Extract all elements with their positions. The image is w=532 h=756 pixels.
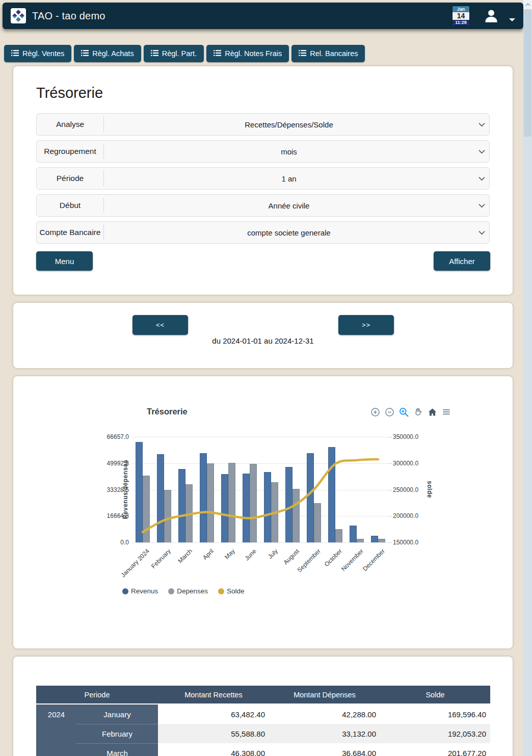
table-value-cell: 63,482.40: [158, 705, 269, 724]
chevron-down-icon: [474, 149, 489, 154]
tab-label: Rel. Bancaires: [310, 49, 358, 58]
tab-label: Règl. Ventes: [22, 49, 64, 58]
menu-button[interactable]: Menu: [36, 251, 93, 271]
right-axis-tick: 350000.0: [393, 433, 429, 440]
table-body: 2024JanuaryFebruaryMarch63,482.4042,288.…: [36, 705, 490, 756]
period-nav-card: << >> du 2024-01-01 au 2024-12-31: [13, 303, 513, 368]
right-axis-tick: 200000.0: [393, 512, 429, 519]
table-row: 46,308.0036,684.00201,677.20: [158, 743, 490, 756]
pan-icon[interactable]: [412, 406, 423, 418]
table-month-cell: February: [76, 724, 158, 743]
app-header: TAO - tao demo Jan 14 11:29: [3, 3, 523, 29]
afficher-button[interactable]: Afficher: [434, 251, 490, 271]
next-period-button[interactable]: >>: [338, 315, 394, 335]
page-title: Trésorerie: [36, 85, 103, 101]
scrollbar-thumb[interactable]: [524, 9, 531, 137]
filter-label: Période: [37, 174, 103, 183]
filter-select[interactable]: mois: [104, 147, 474, 156]
menu-icon[interactable]: [441, 406, 452, 418]
line-solde: [132, 437, 389, 542]
x-axis-label: June: [244, 548, 258, 562]
filter-select[interactable]: compte societe generale: [104, 228, 474, 237]
legend-item-depenses[interactable]: Depenses: [168, 587, 208, 595]
user-icon[interactable]: [483, 7, 500, 24]
legend-item-revenus[interactable]: Revenus: [122, 587, 158, 595]
filter-select[interactable]: 1 an: [104, 174, 474, 183]
tab-r-gl-achats[interactable]: Règl. Achats: [74, 45, 141, 62]
table-value-cell: 169,596.40: [380, 705, 490, 724]
x-axis-label: October: [323, 548, 343, 568]
right-axis-tickmark: [389, 516, 392, 516]
right-axis-tickmark: [389, 542, 392, 543]
selection-zoom-icon[interactable]: [398, 406, 409, 418]
results-table: PeriodeMontant RecettesMontant DépensesS…: [36, 686, 490, 756]
table-month-column: JanuaryFebruaryMarch: [76, 705, 158, 756]
x-axis-label: December: [361, 548, 386, 572]
tab-r-gl-notes-frais[interactable]: Règl. Notes Frais: [206, 45, 289, 62]
filter-label: Regroupement: [37, 147, 103, 156]
x-axis-label: January 2024: [120, 548, 151, 579]
chevron-down-icon: [474, 176, 489, 181]
x-axis-label: February: [150, 548, 172, 570]
app-logo-icon: [11, 8, 26, 23]
zoom-out-icon[interactable]: [384, 406, 395, 418]
page-scrollbar[interactable]: [523, 0, 532, 756]
table-value-cell: 46,308.00: [158, 743, 269, 756]
chevron-down-icon: [474, 230, 489, 235]
right-axis-tickmark: [389, 463, 392, 464]
filters-card: Trésorerie AnalyseRecettes/Dépenses/Sold…: [13, 66, 513, 295]
table-values: 63,482.4042,288.00169,596.4055,588.8033,…: [158, 705, 490, 756]
x-axis-label: July: [267, 548, 279, 560]
calendar-widget[interactable]: Jan 14 11:29: [451, 5, 470, 27]
x-axis-label: August: [282, 548, 301, 566]
results-table-card: PeriodeMontant RecettesMontant DépensesS…: [13, 657, 513, 756]
tab-r-gl-part[interactable]: Règl. Part.: [144, 45, 204, 62]
table-value-cell: 192,053.20: [380, 724, 490, 743]
tab-label: Règl. Notes Frais: [225, 49, 282, 58]
list-icon: [81, 49, 89, 58]
home-icon[interactable]: [427, 406, 438, 418]
scrollbar-up-arrow-icon[interactable]: [523, 0, 532, 9]
nav-tabbar: Règl. VentesRègl. AchatsRègl. Part.Règl.…: [4, 45, 365, 62]
filter-select[interactable]: Recettes/Dépenses/Solde: [104, 120, 474, 129]
chart-toolbar: [369, 406, 452, 418]
legend-label: Depenses: [177, 587, 208, 595]
tab-rel-bancaires[interactable]: Rel. Bancaires: [291, 45, 365, 62]
right-axis-tick: 300000.0: [393, 460, 429, 467]
tab-label: Règl. Achats: [92, 49, 134, 58]
table-month-cell: March: [76, 743, 158, 756]
chart-card: Trésorerie Revenus/dépenses solde 66657.…: [13, 376, 513, 648]
list-icon: [299, 49, 306, 58]
legend-label: Solde: [227, 587, 245, 595]
filter-row-compte-bancaire: Compte Bancairecompte societe generale: [36, 221, 490, 244]
header-dropdown-caret-icon[interactable]: [509, 18, 515, 21]
filter-select[interactable]: Année civile: [104, 201, 474, 210]
table-header-cell: Montant Dépenses: [269, 686, 380, 703]
left-axis-tick: 33328.5: [93, 486, 129, 493]
chart-title: Trésorerie: [147, 407, 188, 416]
tab-label: Règl. Part.: [162, 49, 197, 58]
x-axis-label: March: [176, 548, 193, 564]
legend-item-solde[interactable]: Solde: [218, 587, 245, 595]
chart-gridline: [132, 542, 389, 543]
x-axis-label: November: [340, 548, 365, 572]
list-icon: [214, 49, 221, 58]
table-value-cell: 33,132.00: [269, 724, 380, 743]
left-axis-tick: 16664.3: [93, 512, 129, 519]
right-axis-tickmark: [389, 490, 392, 490]
tab-r-gl-ventes[interactable]: Règl. Ventes: [4, 45, 71, 62]
table-value-cell: 201,677.20: [380, 743, 490, 756]
table-year-column: 2024: [36, 705, 76, 756]
zoom-in-icon[interactable]: [369, 406, 381, 418]
table-value-cell: 42,288.00: [269, 705, 380, 724]
chevron-down-icon: [474, 122, 489, 127]
left-axis-tick: 0.0: [93, 539, 129, 546]
table-month-cell: January: [76, 705, 158, 724]
previous-period-button[interactable]: <<: [132, 315, 188, 335]
table-row: 63,482.4042,288.00169,596.40: [158, 705, 490, 724]
chart-legend: RevenusDepensesSolde: [122, 587, 245, 595]
calendar-day: 14: [453, 12, 469, 20]
left-axis-tick: 49992.8: [93, 460, 129, 467]
filter-row-p-riode: Période1 an: [36, 167, 490, 190]
x-axis-label: April: [201, 548, 215, 561]
